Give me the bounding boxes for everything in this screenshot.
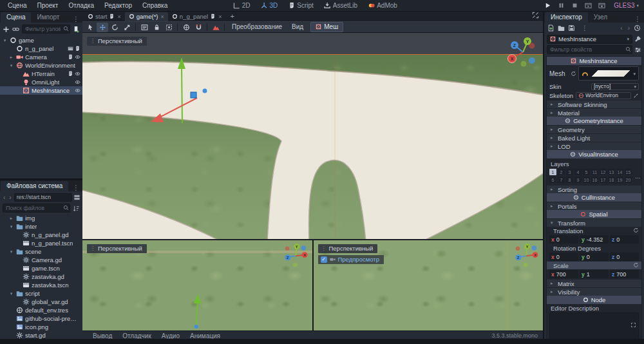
resource-menu-icon[interactable]: ⋮ bbox=[578, 24, 591, 32]
scene-node-item[interactable]: ▸Camera bbox=[0, 53, 82, 61]
menubar-item[interactable]: Отладка bbox=[63, 2, 99, 9]
layer-toggle[interactable]: 12 bbox=[600, 169, 607, 175]
script-icon[interactable] bbox=[68, 54, 73, 60]
vector-component-field[interactable]: x0 bbox=[549, 253, 578, 261]
close-icon[interactable]: × bbox=[160, 14, 164, 20]
eye-icon[interactable] bbox=[75, 54, 80, 60]
inspector-section[interactable]: ▾Transform bbox=[547, 219, 641, 227]
inspector-category[interactable]: Spatial bbox=[547, 210, 641, 218]
current-path[interactable]: res://start.tscn bbox=[14, 193, 72, 202]
inspector-section[interactable]: ▸Geometry bbox=[547, 126, 641, 133]
viewport-menu-Преобразование[interactable]: Преобразование bbox=[227, 23, 287, 32]
viewport-label[interactable]: ⋮ Перспективный bbox=[87, 37, 147, 46]
file-item[interactable]: game.tscn bbox=[0, 264, 82, 272]
layer-toggle[interactable]: 15 bbox=[625, 169, 632, 175]
brush-icon[interactable] bbox=[633, 93, 639, 99]
file-item[interactable]: default_env.tres bbox=[0, 306, 82, 314]
file-item[interactable]: zastavka.gd bbox=[0, 272, 82, 281]
inspector-section[interactable]: ▸Material bbox=[547, 109, 641, 117]
layer-toggle[interactable]: 10 bbox=[583, 177, 590, 183]
scene-node-item[interactable]: ▾WorldEnvironment bbox=[0, 61, 82, 70]
tree-collapse-icon[interactable]: ▾ bbox=[8, 291, 14, 296]
layer-toggle[interactable]: 7 bbox=[558, 177, 565, 183]
menubar-item[interactable]: Проект bbox=[32, 2, 63, 9]
layer-toggle[interactable]: 2 bbox=[558, 169, 565, 175]
history-icon[interactable] bbox=[634, 24, 641, 32]
vector-component-field[interactable]: z0 bbox=[610, 235, 639, 244]
lock-tool-button[interactable] bbox=[151, 23, 162, 32]
layer-toggle[interactable]: 5 bbox=[583, 169, 590, 175]
refresh-icon[interactable] bbox=[633, 262, 639, 268]
list-select-tool-button[interactable] bbox=[138, 23, 150, 32]
file-item[interactable]: n_g_panel.gd bbox=[0, 231, 82, 239]
viewport-menu-Вид[interactable]: Вид bbox=[287, 23, 308, 32]
dock-tab-Импорт[interactable]: Импорт bbox=[31, 12, 65, 23]
layer-toggle[interactable]: 8 bbox=[566, 177, 573, 183]
file-item[interactable]: Camera.gd bbox=[0, 256, 82, 264]
load-resource-icon[interactable] bbox=[558, 24, 565, 32]
tree-expand-icon[interactable]: ▸ bbox=[8, 55, 14, 60]
file-item[interactable]: zastavka.tscn bbox=[0, 281, 82, 289]
history-back-icon[interactable]: ‹ bbox=[619, 24, 623, 32]
layer-toggle[interactable]: 3 bbox=[566, 169, 573, 175]
menubar-item[interactable]: Справка bbox=[137, 2, 173, 9]
bottom-panel-tab[interactable]: Отладчик bbox=[117, 332, 156, 339]
layer-toggle[interactable]: 6 bbox=[549, 177, 556, 183]
history-forward-icon[interactable]: › bbox=[8, 194, 12, 201]
view-axis-gizmo[interactable]: YZX bbox=[506, 35, 540, 68]
inspector-section[interactable]: ▸Software Skinning bbox=[547, 100, 641, 108]
main-3d-viewport[interactable]: ⋮ Перспективный YZX bbox=[82, 33, 543, 239]
file-item[interactable]: icon.png bbox=[0, 323, 82, 331]
inspector-section[interactable]: ▸Sorting bbox=[547, 186, 641, 193]
tree-expand-icon[interactable]: ▸ bbox=[8, 216, 14, 221]
eye-icon[interactable] bbox=[75, 79, 80, 85]
new-resource-icon[interactable] bbox=[547, 24, 554, 32]
mesh-resource-picker[interactable]: ▾ bbox=[578, 66, 639, 81]
scene-tab[interactable]: game(*)× bbox=[125, 12, 168, 21]
file-item[interactable]: github-social-preview.png bbox=[0, 314, 82, 323]
bottom-panel-tab[interactable]: Анимация bbox=[185, 332, 225, 339]
vector-component-field[interactable]: z700 bbox=[610, 270, 639, 278]
rotate-tool-button[interactable] bbox=[109, 23, 120, 32]
layers-more-button[interactable]: ... bbox=[635, 173, 640, 180]
bottom-panel-tab[interactable]: Аудио bbox=[156, 332, 185, 339]
play-scene-button[interactable] bbox=[583, 1, 593, 10]
workspace-3d-button[interactable]: 3D bbox=[256, 0, 282, 12]
dock-tab-Инспектор[interactable]: Инспектор bbox=[545, 12, 588, 23]
scale-tool-button[interactable] bbox=[121, 23, 133, 32]
eye-icon[interactable] bbox=[75, 71, 80, 77]
dock-tab-Узел[interactable]: Узел bbox=[588, 12, 613, 23]
refresh-icon[interactable] bbox=[633, 227, 639, 233]
property-dropdown[interactable]: [пусто]▾ bbox=[591, 83, 639, 90]
tree-collapse-icon[interactable]: ▾ bbox=[8, 249, 14, 254]
scene-node-item[interactable]: ▾game bbox=[0, 36, 82, 44]
tree-collapse-icon[interactable]: ▾ bbox=[2, 38, 8, 43]
renderer-dropdown[interactable]: GLES3▾ bbox=[614, 2, 639, 9]
save-resource-icon[interactable] bbox=[568, 24, 575, 32]
menubar-item[interactable]: Редактор bbox=[99, 2, 137, 9]
bottom-panel-tab[interactable]: Вывод bbox=[88, 332, 117, 339]
close-icon[interactable]: × bbox=[117, 14, 120, 20]
inspector-section[interactable]: ▸LOD bbox=[547, 142, 641, 150]
group-tool-button[interactable] bbox=[163, 23, 175, 32]
file-item[interactable]: ▾inter bbox=[0, 222, 82, 231]
pause-button[interactable] bbox=[556, 1, 566, 10]
layer-toggle[interactable]: 18 bbox=[608, 177, 615, 183]
dock-menu-icon[interactable]: ⋮ bbox=[631, 15, 644, 23]
vector-component-field[interactable]: z0 bbox=[610, 253, 639, 261]
local-space-tool-button[interactable] bbox=[180, 23, 192, 32]
movie-icon[interactable] bbox=[68, 46, 73, 52]
viewport-label[interactable]: ⋮ Перспективный bbox=[318, 244, 378, 253]
preview-viewport-right[interactable]: ⋮ Перспективный ✓ Предпросмотр YXZ bbox=[314, 240, 544, 330]
vector-component-field[interactable]: y0 bbox=[580, 253, 609, 261]
dock-menu-icon[interactable]: ⋮ bbox=[70, 15, 82, 23]
scene-node-item[interactable]: MeshInstance bbox=[0, 86, 82, 95]
inspector-category[interactable]: GeometryInstance bbox=[547, 117, 641, 125]
viewport-label[interactable]: ⋮ Перспективный bbox=[87, 244, 147, 253]
resource-picker[interactable]: WorldEnviron bbox=[576, 92, 631, 99]
layer-toggle[interactable]: 1 bbox=[549, 169, 556, 175]
file-item[interactable]: ▸img bbox=[0, 214, 82, 222]
file-item[interactable]: n_g_panel.tscn bbox=[0, 239, 82, 247]
add-node-icon[interactable] bbox=[3, 26, 10, 33]
vector-component-field[interactable]: x0 bbox=[549, 235, 578, 244]
